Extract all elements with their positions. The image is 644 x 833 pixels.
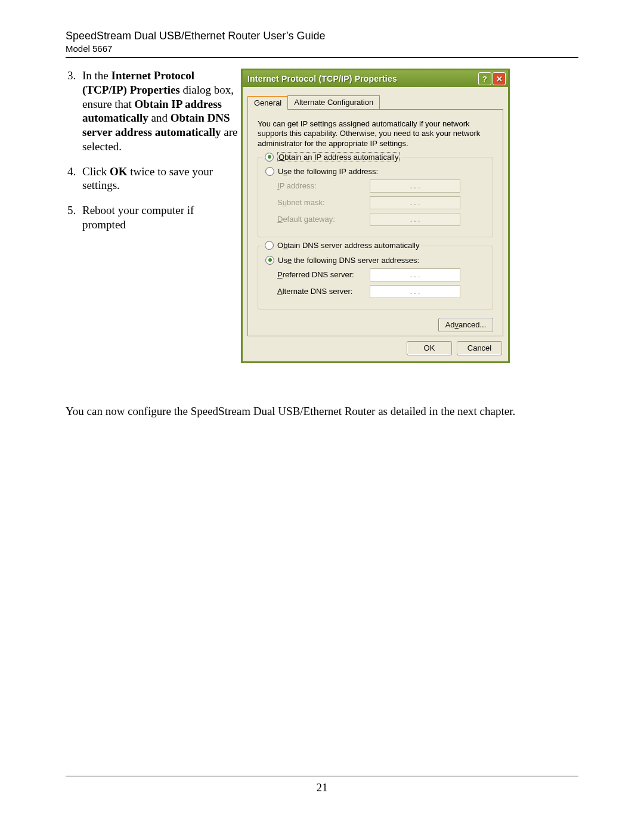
tab-alternate-config[interactable]: Alternate Configuration xyxy=(287,95,380,109)
footer-rule xyxy=(66,776,578,776)
input-alternate-dns[interactable]: . . . xyxy=(370,285,460,298)
dns-settings-group: Obtain DNS server address automatically … xyxy=(258,246,493,309)
dialog-title: Internet Protocol (TCP/IP) Properties xyxy=(247,74,477,83)
label-subnet-mask: Subnet mask: xyxy=(277,198,370,207)
radio-use-dns[interactable] xyxy=(265,256,274,265)
instruction-column: In the Internet Protocol (TCP/IP) Proper… xyxy=(66,69,239,243)
cancel-button[interactable]: Cancel xyxy=(457,341,502,355)
radio-obtain-dns[interactable] xyxy=(265,241,274,250)
closing-paragraph: You can now configure the SpeedStream Du… xyxy=(66,405,578,418)
dialog-titlebar[interactable]: Internet Protocol (TCP/IP) Properties ? … xyxy=(243,69,508,87)
label-alternate-dns: Alternate DNS server: xyxy=(277,287,370,296)
label-ip-address: IP address: xyxy=(277,181,370,190)
doc-model: Model 5667 xyxy=(66,44,578,54)
dialog-info-text: You can get IP settings assigned automat… xyxy=(258,119,493,148)
input-subnet-mask: . . . xyxy=(370,196,460,209)
label-preferred-dns: Preferred DNS server: xyxy=(277,270,370,279)
dialog-button-row: OK Cancel xyxy=(243,336,508,361)
input-ip-address: . . . xyxy=(370,179,460,193)
tab-strip: General Alternate Configuration xyxy=(247,95,503,110)
step-4: Click OK twice to save your settings. xyxy=(79,165,239,193)
advanced-button[interactable]: Advanced... xyxy=(438,318,493,332)
radio-obtain-dns-label: Obtain DNS server address automatically xyxy=(277,241,419,250)
radio-use-dns-label: Use the following DNS server addresses: xyxy=(278,256,419,265)
label-default-gateway: Default gateway: xyxy=(277,215,370,224)
help-button[interactable]: ? xyxy=(478,72,491,85)
input-preferred-dns[interactable]: . . . xyxy=(370,268,460,281)
step-3: In the Internet Protocol (TCP/IP) Proper… xyxy=(79,69,239,154)
header-rule xyxy=(66,57,578,58)
input-default-gateway: . . . xyxy=(370,213,460,226)
radio-use-ip[interactable] xyxy=(265,167,274,176)
tab-general[interactable]: General xyxy=(247,96,288,110)
radio-obtain-ip[interactable] xyxy=(265,153,274,162)
ok-button[interactable]: OK xyxy=(407,341,452,355)
tcpip-properties-dialog: Internet Protocol (TCP/IP) Properties ? … xyxy=(241,69,510,363)
ip-settings-group: Obtain an IP address automatically Use t… xyxy=(258,157,493,237)
step-5: Reboot your computer if prompted xyxy=(79,203,239,232)
close-button[interactable]: ✕ xyxy=(493,72,506,85)
page-number: 21 xyxy=(66,781,578,794)
doc-title: SpeedStream Dual USB/Ethernet Router Use… xyxy=(66,30,578,42)
radio-obtain-ip-label: Obtain an IP address automatically xyxy=(277,152,400,162)
radio-use-ip-label: Use the following IP address: xyxy=(278,167,378,176)
